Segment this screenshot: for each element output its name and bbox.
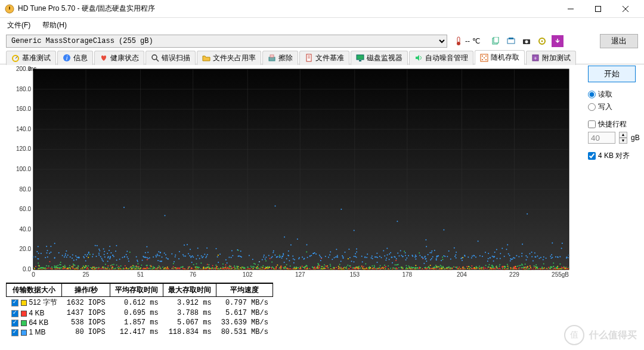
svg-point-1751 [462, 260, 463, 261]
row-checkbox[interactable] [11, 329, 18, 336]
svg-point-1051 [92, 267, 93, 268]
svg-point-1384 [362, 261, 363, 262]
copy-icon[interactable] [490, 35, 501, 47]
svg-point-1301 [469, 267, 470, 268]
tab-7[interactable]: 磁盘监视器 [351, 51, 408, 65]
svg-point-1589 [456, 257, 457, 258]
screenshot-icon[interactable] [505, 35, 517, 47]
svg-point-859 [395, 260, 397, 261]
svg-point-1361 [98, 249, 100, 250]
camera-icon[interactable] [521, 35, 532, 47]
svg-rect-22 [269, 57, 275, 61]
tab-1[interactable]: i信息 [57, 51, 93, 65]
svg-point-1660 [49, 253, 50, 254]
menu-file[interactable]: 文件(F) [5, 19, 33, 32]
read-radio[interactable]: 读取 [588, 89, 638, 100]
svg-point-1663 [85, 254, 86, 255]
svg-point-962 [489, 264, 490, 265]
svg-point-486 [88, 257, 89, 258]
svg-point-996 [478, 268, 479, 269]
start-button[interactable]: 开始 [588, 66, 636, 82]
svg-point-1223 [173, 263, 174, 264]
quick-size-input[interactable] [588, 132, 615, 144]
exit-button[interactable]: 退出 [600, 34, 638, 48]
svg-point-1314 [507, 268, 509, 269]
row-checkbox[interactable] [11, 299, 18, 306]
tab-4[interactable]: 文件夹占用率 [197, 51, 261, 65]
tab-10[interactable]: +附加测试 [526, 51, 576, 65]
write-radio[interactable]: 写入 [588, 102, 638, 112]
svg-point-1721 [192, 255, 193, 256]
svg-point-1261 [58, 267, 60, 268]
tab-0[interactable]: 基准测试 [6, 51, 56, 65]
drive-select[interactable]: Generic MassStorageClass (255 gB) [6, 35, 447, 48]
menu-help[interactable]: 帮助(H) [40, 19, 69, 32]
svg-point-1254 [323, 268, 324, 269]
settings-icon[interactable] [536, 35, 548, 47]
svg-point-1398 [504, 256, 505, 257]
svg-point-1403 [126, 256, 128, 258]
tab-6[interactable]: 文件基准 [299, 51, 349, 65]
svg-point-1303 [417, 267, 418, 268]
align-checkbox[interactable]: 4 KB 对齐 [588, 151, 638, 161]
svg-point-1321 [51, 267, 52, 268]
svg-point-1226 [305, 266, 306, 267]
svg-point-1293 [54, 265, 55, 267]
tab-5[interactable]: 擦除 [262, 51, 298, 65]
svg-point-1210 [135, 266, 136, 267]
svg-point-1023 [429, 268, 431, 269]
svg-point-1583 [240, 250, 242, 252]
svg-point-917 [326, 266, 327, 267]
row-checkbox[interactable] [11, 310, 18, 317]
svg-point-1553 [157, 253, 158, 255]
tab-2[interactable]: 健康状态 [94, 51, 144, 65]
table-row: 1 MB80 IOPS12.417 ms118.834 ms80.531 MB/… [7, 327, 273, 337]
minimize-button[interactable] [557, 0, 584, 18]
svg-point-1283 [243, 267, 244, 268]
svg-point-1420 [205, 257, 206, 258]
save-icon[interactable] [552, 35, 564, 47]
tab-9[interactable]: 随机存取 [475, 50, 525, 65]
svg-point-1083 [255, 264, 256, 265]
quick-checkbox[interactable]: 快捷行程 [588, 119, 638, 129]
svg-point-1591 [184, 255, 185, 256]
svg-point-944 [150, 268, 151, 270]
tab-8[interactable]: 自动噪音管理 [409, 51, 473, 65]
svg-point-1140 [369, 267, 370, 268]
svg-point-821 [515, 268, 516, 269]
svg-point-1330 [147, 265, 148, 266]
svg-point-950 [45, 268, 47, 270]
svg-point-1113 [352, 267, 354, 268]
svg-point-1665 [488, 253, 489, 254]
svg-point-1539 [227, 262, 228, 264]
spin-down-button[interactable]: ▼ [619, 138, 627, 144]
tab-label: 随机存取 [491, 52, 519, 63]
svg-point-1729 [199, 258, 200, 259]
tab-3[interactable]: 错误扫描 [145, 51, 196, 65]
svg-point-1065 [105, 268, 106, 269]
svg-point-1370 [171, 253, 172, 255]
tab-label: 附加测试 [542, 53, 571, 63]
svg-point-1263 [105, 264, 106, 265]
svg-point-610 [466, 266, 467, 267]
row-checkbox[interactable] [11, 320, 18, 327]
svg-point-1275 [73, 264, 74, 265]
svg-point-1272 [244, 267, 246, 268]
svg-point-904 [527, 267, 528, 268]
svg-point-903 [72, 268, 73, 269]
svg-point-15 [541, 41, 543, 42]
svg-point-970 [441, 265, 442, 267]
svg-point-1731 [207, 254, 208, 255]
svg-point-1276 [258, 268, 259, 269]
svg-point-1722 [122, 257, 123, 258]
spin-up-button[interactable]: ▲ [619, 132, 627, 138]
svg-point-1153 [230, 265, 231, 267]
svg-point-1312 [323, 267, 324, 268]
maximize-button[interactable] [584, 0, 612, 18]
close-button[interactable] [612, 0, 639, 18]
svg-point-1386 [423, 263, 425, 264]
row-avg: 0.695 ms [110, 308, 163, 318]
svg-point-687 [302, 266, 303, 267]
svg-point-1231 [136, 267, 137, 268]
svg-point-1336 [78, 268, 79, 269]
